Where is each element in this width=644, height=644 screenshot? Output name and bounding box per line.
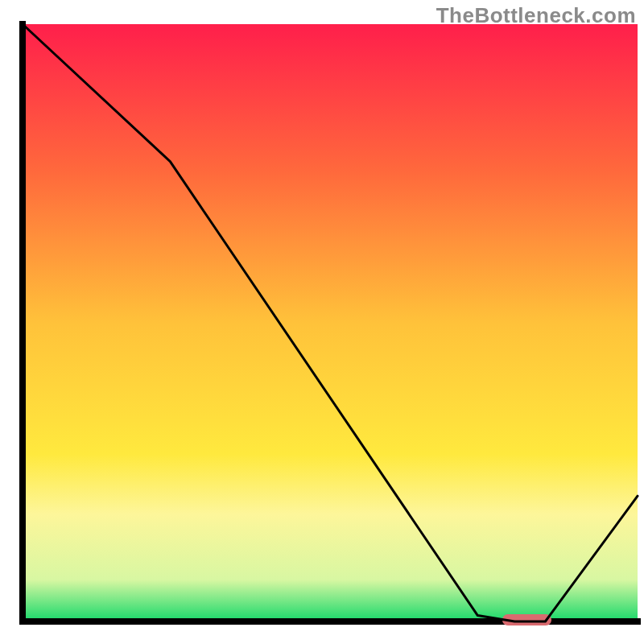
plot-background — [23, 24, 638, 621]
chart-container: TheBottleneck.com — [0, 0, 644, 644]
watermark-text: TheBottleneck.com — [436, 3, 636, 28]
chart-svg — [0, 0, 644, 644]
